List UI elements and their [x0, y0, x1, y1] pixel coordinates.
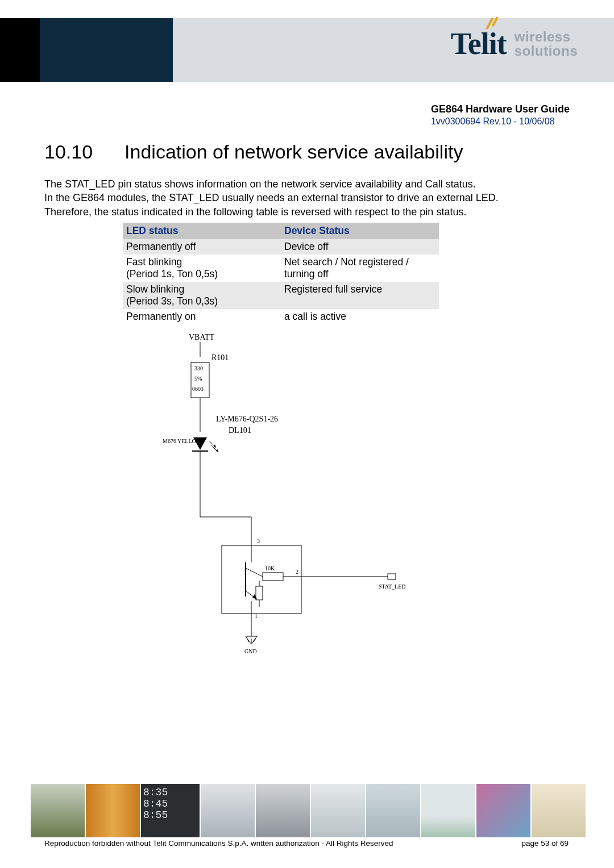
- label-rbase: 10K: [265, 565, 275, 571]
- footer-tile: [86, 784, 140, 837]
- footer-tile-clock: 8:35 8:45 8:55: [141, 784, 200, 837]
- label-gnd: GND: [244, 648, 257, 654]
- cell: Fast blinking (Period 1s, Ton 0,5s): [123, 254, 281, 282]
- cell: Registered full service: [281, 282, 439, 309]
- footer-text: Reproduction forbidden without Telit Com…: [44, 839, 569, 848]
- footer-tile: [311, 784, 365, 837]
- document-meta: GE864 Hardware User Guide 1vv0300694 Rev…: [431, 103, 570, 127]
- document-revision: 1vv0300694 Rev.10 - 10/06/08: [431, 116, 570, 127]
- svg-marker-21: [252, 594, 257, 599]
- svg-marker-8: [216, 449, 218, 452]
- para-line-2: In the GE864 modules, the STAT_LED usual…: [44, 191, 567, 205]
- label-r-value: 330: [194, 365, 203, 372]
- footer-tile: [476, 784, 530, 837]
- footer-tile: [366, 784, 420, 837]
- header-black-block: [0, 18, 40, 82]
- label-pin3: 3: [257, 538, 260, 544]
- svg-marker-7: [214, 444, 216, 448]
- table-row: Permanently on a call is active: [123, 309, 439, 324]
- footer-tile: [532, 784, 586, 837]
- cell: Slow blinking (Period 3s, Ton 0,3s): [123, 282, 281, 309]
- section-title: Indication of network service availabili…: [125, 141, 463, 163]
- footer-tile: [31, 784, 85, 837]
- cell: Permanently on: [123, 309, 281, 324]
- label-r-pkg: 0603: [192, 386, 204, 392]
- table-row: Permanently off Device off: [123, 239, 439, 254]
- section-heading: 10.10 Indication of network service avai…: [44, 141, 463, 163]
- label-vbatt: VBATT: [189, 333, 215, 341]
- th-led-status: LED status: [123, 223, 281, 239]
- table-row: Slow blinking (Period 3s, Ton 0,3s) Regi…: [123, 282, 439, 309]
- th-device-status: Device Status: [281, 223, 439, 239]
- label-pin1: 1: [255, 613, 258, 619]
- footer-tile: [421, 784, 475, 837]
- brand-tagline-1: wireless: [515, 30, 578, 44]
- label-r-tol: 5%: [194, 375, 202, 382]
- brand-mark: Telit: [451, 26, 507, 61]
- cell: Permanently off: [123, 239, 281, 254]
- footer-tile: [256, 784, 310, 837]
- label-signal: STAT_LED: [379, 583, 406, 590]
- svg-rect-23: [256, 586, 263, 600]
- label-pin2: 2: [296, 569, 298, 575]
- svg-rect-17: [388, 574, 396, 579]
- footer-page: page 53 of 69: [521, 839, 569, 848]
- footer-image-strip: 8:35 8:45 8:55: [31, 784, 586, 837]
- table-header-row: LED status Device Status: [123, 223, 439, 239]
- para-line-1: The STAT_LED pin status shows informatio…: [44, 177, 567, 191]
- footer-tile: [201, 784, 255, 837]
- label-led-ref: DL101: [229, 426, 251, 435]
- cell: Device off: [281, 239, 439, 254]
- label-led-part: LY-M676-Q2S1-26: [216, 415, 278, 423]
- table-row: Fast blinking (Period 1s, Ton 0,5s) Net …: [123, 254, 439, 282]
- intro-paragraph: The STAT_LED pin status shows informatio…: [44, 177, 567, 219]
- cell: a call is active: [281, 309, 439, 324]
- schematic-diagram: VBATT R101 330 5% 0603 LY-M676-Q2S1-26 D…: [155, 329, 450, 670]
- cell: Net search / Not registered / turning of…: [281, 254, 439, 282]
- label-r101: R101: [211, 353, 229, 362]
- brand-tagline-2: solutions: [515, 44, 578, 58]
- document-title: GE864 Hardware User Guide: [431, 103, 570, 115]
- para-line-3: Therefore, the status indicated in the f…: [44, 205, 567, 219]
- brand-logo: Telit wireless solutions: [451, 26, 578, 61]
- brand-name: Telit: [451, 27, 507, 61]
- svg-line-19: [246, 568, 263, 577]
- svg-rect-14: [263, 573, 283, 581]
- svg-rect-12: [222, 545, 301, 614]
- footer-copyright: Reproduction forbidden without Telit Com…: [44, 839, 393, 848]
- section-number: 10.10: [44, 141, 93, 163]
- led-status-table: LED status Device Status Permanently off…: [123, 223, 439, 324]
- brand-tagline: wireless solutions: [515, 30, 578, 58]
